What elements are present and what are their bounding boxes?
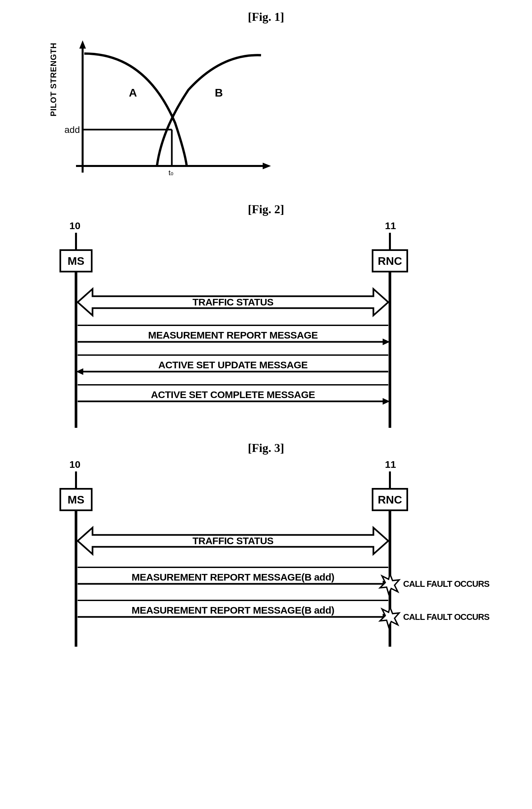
figure-3-title: [Fig. 3]	[17, 441, 515, 455]
traffic-status-label: TRAFFIC STATUS	[84, 535, 382, 547]
figure-2-title: [Fig. 2]	[17, 202, 515, 216]
figure-1-chart: add t₀ A B PILOT STRENGTH	[43, 30, 281, 189]
active-set-complete-label: ACTIVE SET COMPLETE MESSAGE	[84, 389, 382, 400]
rnc-node-number: 11	[385, 459, 396, 470]
rnc-node: RNC	[372, 488, 408, 511]
figure-1-title: [Fig. 1]	[17, 10, 515, 24]
figure-1: [Fig. 1] add t₀ A B	[17, 10, 515, 189]
y-tick-add: add	[65, 125, 80, 135]
svg-marker-3	[263, 163, 271, 169]
traffic-status-label: TRAFFIC STATUS	[84, 296, 382, 308]
figure-3: [Fig. 3]	[17, 441, 515, 647]
rnc-node: RNC	[372, 249, 408, 272]
ms-node: MS	[59, 249, 92, 272]
curve-label-b: B	[215, 86, 223, 99]
call-fault-annotation-2: CALL FAULT OCCURS	[403, 612, 490, 622]
measurement-report-label: MEASUREMENT REPORT MESSAGE	[84, 330, 382, 341]
active-set-update-label: ACTIVE SET UPDATE MESSAGE	[84, 359, 382, 371]
svg-marker-2	[79, 40, 86, 49]
figure-3-sequence: 10 11 MS RNC TRAFFIC STATUS MEASUREMENT …	[26, 462, 506, 647]
x-tick-t0: t₀	[169, 169, 174, 177]
figure-2-sequence: 10 11 MS RNC TRAFFIC STATUS MEASUREMENT …	[26, 223, 506, 428]
ms-node: MS	[59, 488, 92, 511]
ms-node-number: 10	[69, 220, 80, 231]
rnc-node-number: 11	[385, 220, 396, 231]
measurement-report-b-add-1: MEASUREMENT REPORT MESSAGE(B add)	[84, 572, 382, 583]
measurement-report-b-add-2: MEASUREMENT REPORT MESSAGE(B add)	[84, 605, 382, 616]
curve-label-a: A	[129, 86, 137, 99]
call-fault-annotation-1: CALL FAULT OCCURS	[403, 579, 490, 589]
figure-2: [Fig. 2] 10	[17, 202, 515, 428]
pilot-strength-plot: add t₀ A B PILOT STRENGTH	[43, 30, 281, 189]
ms-node-number: 10	[69, 459, 80, 470]
y-axis-label: PILOT STRENGTH	[49, 42, 58, 116]
